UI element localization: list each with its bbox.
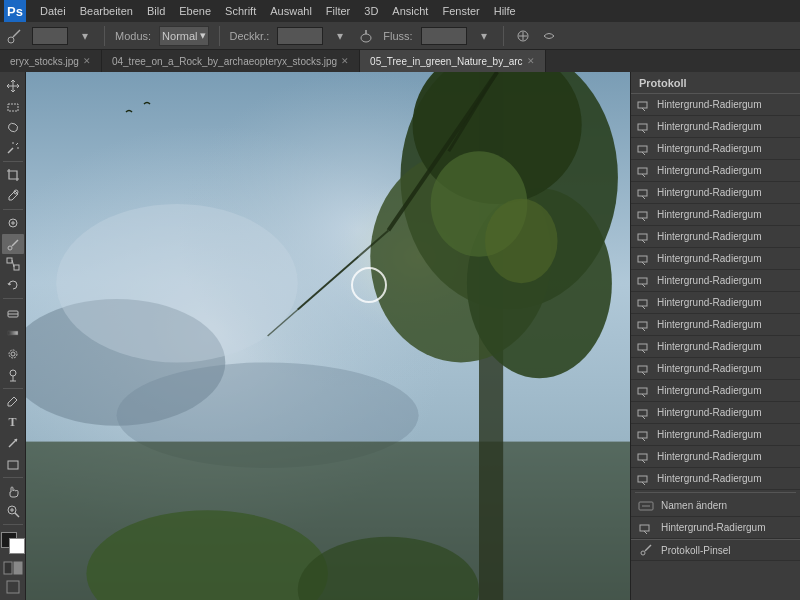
tab-file1-close[interactable]: ✕ (83, 56, 91, 66)
tool-zoom[interactable] (2, 502, 24, 522)
proto-item-15[interactable]: Hintergrund-Radiergum (631, 424, 800, 446)
tab-file2[interactable]: 04_tree_on_a_Rock_by_archaeopteryx_stock… (102, 50, 360, 72)
proto-icon-9 (635, 296, 653, 310)
tool-lasso[interactable] (2, 118, 24, 138)
proto-item-4[interactable]: Hintergrund-Radiergum (631, 182, 800, 204)
proto-item-10[interactable]: Hintergrund-Radiergum (631, 314, 800, 336)
protokoll-pinsel-label: Protokoll-Pinsel (661, 545, 794, 556)
proto-item-0[interactable]: Hintergrund-Radiergum (631, 94, 800, 116)
tool-eraser[interactable] (2, 302, 24, 322)
proto-item-12[interactable]: Hintergrund-Radiergum (631, 358, 800, 380)
svg-point-16 (8, 246, 12, 250)
proto-icon-13 (635, 384, 653, 398)
proto-item-13[interactable]: Hintergrund-Radiergum (631, 380, 800, 402)
svg-rect-61 (638, 124, 647, 130)
screen-mode-icon[interactable] (6, 580, 20, 596)
extra-btn-1[interactable] (514, 27, 532, 45)
tab-file1[interactable]: eryx_stocks.jpg ✕ (0, 50, 102, 72)
proto-last-item[interactable]: Hintergrund-Radiergum (631, 517, 800, 539)
menu-schrift[interactable]: Schrift (219, 3, 262, 19)
proto-icon-8 (635, 274, 653, 288)
proto-namen-aendern[interactable]: Namen ändern (631, 495, 800, 517)
proto-item-2[interactable]: Hintergrund-Radiergum (631, 138, 800, 160)
tool-sep-6 (3, 524, 23, 525)
tool-brush[interactable] (2, 234, 24, 254)
tab-file3-close[interactable]: ✕ (527, 56, 535, 66)
proto-item-8[interactable]: Hintergrund-Radiergum (631, 270, 800, 292)
proto-label-12: Hintergrund-Radiergum (657, 363, 796, 374)
tool-move[interactable] (2, 76, 24, 96)
proto-item-7[interactable]: Hintergrund-Radiergum (631, 248, 800, 270)
tool-hand[interactable] (2, 481, 24, 501)
airbrush-icon[interactable] (357, 27, 375, 45)
menu-fenster[interactable]: Fenster (436, 3, 485, 19)
fluss-input[interactable]: 100% (421, 27, 467, 45)
svg-rect-37 (7, 581, 19, 593)
tool-selection[interactable] (2, 97, 24, 117)
tool-path-select[interactable] (2, 433, 24, 453)
tool-type[interactable]: T (2, 412, 24, 432)
svg-point-2 (361, 34, 371, 42)
proto-icon-16 (635, 450, 653, 464)
proto-icon-5 (635, 208, 653, 222)
svg-point-0 (8, 37, 14, 43)
proto-item-17[interactable]: Hintergrund-Radiergum (631, 468, 800, 490)
quick-mask-icon[interactable] (3, 561, 23, 577)
tab-file3[interactable]: 05_Tree_in_green_Nature_by_arc ✕ (360, 50, 546, 72)
menu-3d[interactable]: 3D (358, 3, 384, 19)
proto-item-6[interactable]: Hintergrund-Radiergum (631, 226, 800, 248)
tool-dodge[interactable] (2, 365, 24, 385)
proto-label-2: Hintergrund-Radiergum (657, 143, 796, 154)
svg-rect-36 (14, 562, 22, 574)
fluss-arrow[interactable]: ▾ (475, 27, 493, 45)
protokoll-pinsel-item[interactable]: Protokoll-Pinsel (631, 539, 800, 561)
menu-bearbeiten[interactable]: Bearbeiten (74, 3, 139, 19)
proto-item-9[interactable]: Hintergrund-Radiergum (631, 292, 800, 314)
proto-label-9: Hintergrund-Radiergum (657, 297, 796, 308)
canvas-area[interactable] (26, 72, 630, 600)
tool-clone-stamp[interactable] (2, 255, 24, 275)
proto-label-14: Hintergrund-Radiergum (657, 407, 796, 418)
tool-eyedropper[interactable] (2, 186, 24, 206)
tab-file2-close[interactable]: ✕ (341, 56, 349, 66)
svg-rect-35 (4, 562, 12, 574)
proto-item-3[interactable]: Hintergrund-Radiergum (631, 160, 800, 182)
proto-item-11[interactable]: Hintergrund-Radiergum (631, 336, 800, 358)
menu-filter[interactable]: Filter (320, 3, 356, 19)
proto-item-1[interactable]: Hintergrund-Radiergum (631, 116, 800, 138)
svg-rect-71 (638, 234, 647, 240)
tool-shape[interactable] (2, 454, 24, 474)
proto-label-10: Hintergrund-Radiergum (657, 319, 796, 330)
proto-item-5[interactable]: Hintergrund-Radiergum (631, 204, 800, 226)
deckkraft-arrow[interactable]: ▾ (331, 27, 349, 45)
tool-spot-heal[interactable] (2, 213, 24, 233)
menu-auswahl[interactable]: Auswahl (264, 3, 318, 19)
tool-gradient[interactable] (2, 323, 24, 343)
extra-btn-2[interactable] (540, 27, 558, 45)
tool-pen[interactable] (2, 391, 24, 411)
deckkraft-label: Deckkr.: (230, 30, 270, 42)
tool-crop[interactable] (2, 165, 24, 185)
menu-bild[interactable]: Bild (141, 3, 171, 19)
tool-blur[interactable] (2, 344, 24, 364)
tool-magic-wand[interactable] (2, 139, 24, 159)
svg-rect-19 (14, 265, 19, 270)
menu-ebene[interactable]: Ebene (173, 3, 217, 19)
brush-size-input[interactable]: 85 (32, 27, 68, 45)
proto-item-14[interactable]: Hintergrund-Radiergum (631, 402, 800, 424)
protokoll-list[interactable]: Hintergrund-Radiergum Hintergrund-Radier… (631, 94, 800, 600)
svg-rect-79 (638, 322, 647, 328)
deckkraft-input[interactable]: 100% (277, 27, 323, 45)
proto-icon-1 (635, 120, 653, 134)
modus-dropdown[interactable]: Normal ▾ (159, 26, 208, 46)
brush-picker-icon[interactable]: ▾ (76, 27, 94, 45)
menu-hilfe[interactable]: Hilfe (488, 3, 522, 19)
modus-label: Modus: (115, 30, 151, 42)
menu-datei[interactable]: Datei (34, 3, 72, 19)
tool-sep-3 (3, 298, 23, 299)
proto-label-4: Hintergrund-Radiergum (657, 187, 796, 198)
proto-item-16[interactable]: Hintergrund-Radiergum (631, 446, 800, 468)
background-color[interactable] (9, 538, 25, 554)
menu-ansicht[interactable]: Ansicht (386, 3, 434, 19)
tool-history-brush[interactable] (2, 275, 24, 295)
